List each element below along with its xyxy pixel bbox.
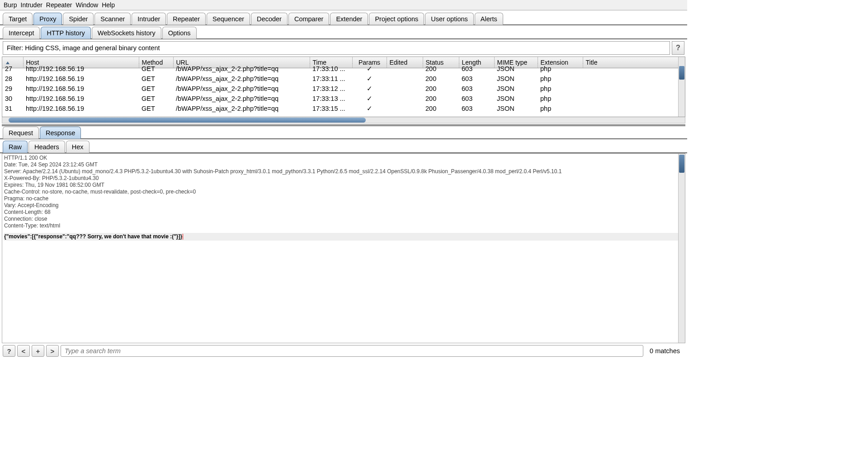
main-tab-comparer[interactable]: Comparer xyxy=(288,13,329,25)
view-tab-headers[interactable]: Headers xyxy=(28,141,65,153)
main-tab-alerts[interactable]: Alerts xyxy=(475,13,503,25)
table-cell: GET xyxy=(139,104,173,114)
sub-tab-intercept[interactable]: Intercept xyxy=(3,27,40,39)
table-cell: 603 xyxy=(459,104,494,114)
table-cell: GET xyxy=(139,94,173,104)
table-cell: /bWAPP/xss_ajax_2-2.php?title=qq xyxy=(173,74,310,84)
response-header-line: Server: Apache/2.2.14 (Ubuntu) mod_mono/… xyxy=(4,168,683,175)
table-cell: JSON xyxy=(494,84,538,94)
table-cell: 200 xyxy=(423,74,459,84)
response-header-line: Content-Length: 68 xyxy=(4,209,683,216)
table-cell: 200 xyxy=(423,94,459,104)
table-row[interactable]: 28http://192.168.56.19GET/bWAPP/xss_ajax… xyxy=(2,74,685,84)
table-cell: 603 xyxy=(459,84,494,94)
table-cell: /bWAPP/xss_ajax_2-2.php?title=qq xyxy=(173,64,310,74)
response-header-line: X-Powered-By: PHP/5.3.2-1ubuntu4.30 xyxy=(4,175,683,182)
table-cell: ✓ xyxy=(352,74,387,84)
table-cell: php xyxy=(538,74,583,84)
main-tab-extender[interactable]: Extender xyxy=(330,13,368,25)
table-cell: 28 xyxy=(2,74,23,84)
main-tab-sequencer[interactable]: Sequencer xyxy=(207,13,250,25)
search-next-button[interactable]: > xyxy=(46,345,59,357)
table-cell: 200 xyxy=(423,64,459,74)
table-cell: php xyxy=(538,64,583,74)
table-cell: 27 xyxy=(2,64,23,74)
table-cell: http://192.168.56.19 xyxy=(23,84,139,94)
menu-intruder[interactable]: Intruder xyxy=(21,1,42,9)
table-cell: 17:33:13 ... xyxy=(310,94,352,104)
search-add-button[interactable]: + xyxy=(32,345,44,357)
table-horizontal-scrollbar[interactable] xyxy=(2,117,685,123)
filter-box[interactable]: Filter: Hiding CSS, image and general bi… xyxy=(3,41,670,55)
response-body-line: {"movies":[{"response":"qq??? Sorry, we … xyxy=(4,233,683,241)
table-cell: 200 xyxy=(423,104,459,114)
response-header-line: Content-Type: text/html xyxy=(4,222,683,229)
table-cell: php xyxy=(538,84,583,94)
table-row[interactable]: 29http://192.168.56.19GET/bWAPP/xss_ajax… xyxy=(2,84,685,94)
main-tab-user-options[interactable]: User options xyxy=(425,13,473,25)
table-row[interactable]: 27http://192.168.56.19GET/bWAPP/xss_ajax… xyxy=(2,64,685,74)
table-cell: http://192.168.56.19 xyxy=(23,64,139,74)
table-cell: http://192.168.56.19 xyxy=(23,94,139,104)
table-cell xyxy=(387,104,423,114)
table-cell: JSON xyxy=(494,94,538,104)
table-cell xyxy=(583,74,685,84)
main-tabs: TargetProxySpiderScannerIntruderRepeater… xyxy=(0,12,687,25)
main-tab-scanner[interactable]: Scanner xyxy=(94,13,131,25)
table-cell xyxy=(387,74,423,84)
table-cell xyxy=(583,104,685,114)
table-cell: /bWAPP/xss_ajax_2-2.php?title=qq xyxy=(173,94,310,104)
http-history-table: HostMethodURLTimeParamsEditedStatusLengt… xyxy=(2,57,685,117)
menu-repeater[interactable]: Repeater xyxy=(46,1,72,9)
main-tab-proxy[interactable]: Proxy xyxy=(33,13,62,25)
panel-tab-request[interactable]: Request xyxy=(3,127,39,139)
table-cell: 17:33:11 ... xyxy=(310,74,352,84)
table-cell: 17:33:10 ... xyxy=(310,64,352,74)
table-cell: http://192.168.56.19 xyxy=(23,74,139,84)
table-cell xyxy=(387,64,423,74)
help-button[interactable]: ? xyxy=(672,41,684,55)
table-cell: JSON xyxy=(494,104,538,114)
table-cell: php xyxy=(538,104,583,114)
view-tab-raw[interactable]: Raw xyxy=(3,141,28,153)
sub-tabs: InterceptHTTP historyWebSockets historyO… xyxy=(0,26,687,39)
main-tab-spider[interactable]: Spider xyxy=(63,13,94,25)
response-header-line: Vary: Accept-Encoding xyxy=(4,202,683,209)
menu-burp[interactable]: Burp xyxy=(4,1,17,9)
table-row[interactable]: 31http://192.168.56.19GET/bWAPP/xss_ajax… xyxy=(2,104,685,114)
search-input[interactable] xyxy=(61,345,643,357)
response-vertical-scrollbar[interactable] xyxy=(678,154,685,343)
view-tabs: RawHeadersHex xyxy=(0,140,687,153)
search-bar: ? < + > 0 matches xyxy=(0,343,687,359)
response-header-line: Cache-Control: no-store, no-cache, must-… xyxy=(4,189,683,195)
table-cell: 200 xyxy=(423,84,459,94)
sub-tab-options[interactable]: Options xyxy=(162,27,197,39)
panel-tab-response[interactable]: Response xyxy=(40,127,81,139)
table-cell xyxy=(387,94,423,104)
table-cell: GET xyxy=(139,84,173,94)
main-tab-repeater[interactable]: Repeater xyxy=(167,13,206,25)
sub-tab-websockets-history[interactable]: WebSockets history xyxy=(92,27,161,39)
main-tab-decoder[interactable]: Decoder xyxy=(251,13,288,25)
table-cell: 17:33:15 ... xyxy=(310,104,352,114)
main-tab-target[interactable]: Target xyxy=(3,13,33,25)
table-cell: 17:33:12 ... xyxy=(310,84,352,94)
menu-window[interactable]: Window xyxy=(75,1,98,9)
main-tab-project-options[interactable]: Project options xyxy=(369,13,424,25)
view-tab-hex[interactable]: Hex xyxy=(66,141,90,153)
response-view[interactable]: HTTP/1.1 200 OKDate: Tue, 24 Sep 2024 23… xyxy=(2,153,685,343)
table-cell: /bWAPP/xss_ajax_2-2.php?title=qq xyxy=(173,104,310,114)
match-count: 0 matches xyxy=(645,347,684,355)
search-help-button[interactable]: ? xyxy=(3,345,15,357)
table-cell: ✓ xyxy=(352,94,387,104)
response-header-line: HTTP/1.1 200 OK xyxy=(4,155,683,161)
table-cell: 29 xyxy=(2,84,23,94)
search-prev-button[interactable]: < xyxy=(17,345,30,357)
table-vertical-scrollbar[interactable] xyxy=(678,57,685,117)
response-header-line: Date: Tue, 24 Sep 2024 23:12:45 GMT xyxy=(4,161,683,168)
table-row[interactable]: 30http://192.168.56.19GET/bWAPP/xss_ajax… xyxy=(2,94,685,104)
table-cell: JSON xyxy=(494,64,538,74)
sub-tab-http-history[interactable]: HTTP history xyxy=(41,27,90,39)
main-tab-intruder[interactable]: Intruder xyxy=(132,13,166,25)
menu-help[interactable]: Help xyxy=(102,1,115,9)
